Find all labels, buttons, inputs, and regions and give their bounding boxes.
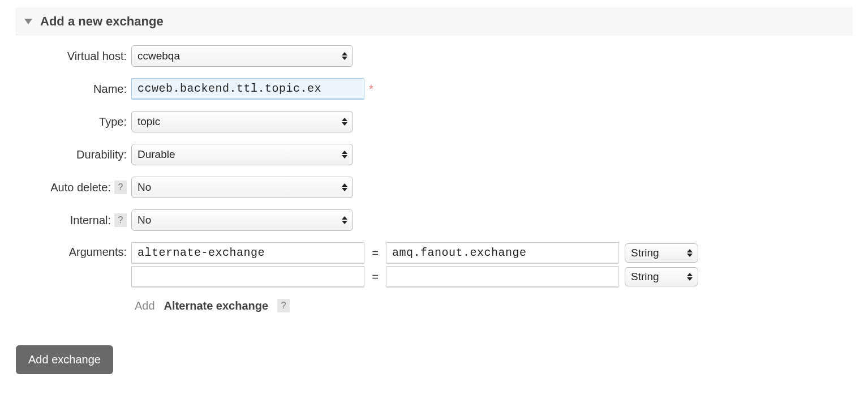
label-durability: Durability: — [16, 148, 131, 161]
label-name: Name: — [16, 83, 131, 96]
label-internal-text: Internal: — [70, 214, 111, 227]
row-name: Name: * — [16, 78, 852, 100]
argument-type-value: String — [631, 247, 659, 259]
row-type: Type: topic — [16, 111, 852, 132]
help-icon[interactable]: ? — [114, 181, 127, 194]
required-marker: * — [369, 83, 373, 96]
add-argument-label: Add — [135, 299, 155, 312]
label-auto-delete-text: Auto delete: — [50, 181, 111, 194]
caret-down-icon — [24, 19, 32, 24]
argument-type-select[interactable]: String — [625, 243, 698, 263]
durability-value: Durable — [137, 148, 175, 161]
argument-hint-row: Add Alternate exchange ? — [135, 299, 698, 312]
label-vhost: Virtual host: — [16, 50, 131, 63]
durability-select[interactable]: Durable — [131, 144, 353, 165]
row-vhost: Virtual host: ccwebqa — [16, 45, 852, 67]
argument-key-input[interactable] — [131, 266, 364, 288]
add-exchange-form: Virtual host: ccwebqa Name: * Type: topi… — [0, 35, 868, 328]
section-title: Add a new exchange — [40, 14, 164, 29]
label-auto-delete: Auto delete: ? — [16, 181, 131, 194]
equals-symbol: = — [370, 271, 380, 284]
submit-area: Add exchange — [0, 328, 868, 391]
argument-row: = String — [131, 242, 698, 264]
argument-value-input[interactable] — [386, 266, 619, 288]
argument-key-input[interactable] — [131, 242, 364, 264]
row-auto-delete: Auto delete: ? No — [16, 177, 852, 198]
internal-value: No — [137, 214, 151, 226]
row-durability: Durability: Durable — [16, 144, 852, 165]
argument-hint-link[interactable]: Alternate exchange — [164, 299, 269, 312]
argument-type-value: String — [631, 271, 659, 283]
vhost-select[interactable]: ccwebqa — [131, 45, 353, 67]
label-arguments: Arguments: — [16, 242, 131, 259]
label-durability-text: Durability: — [76, 148, 127, 161]
arguments-grid: = String = String Add Alternate exchange — [131, 242, 698, 312]
label-arguments-text: Arguments: — [69, 246, 127, 259]
help-icon[interactable]: ? — [114, 213, 127, 227]
internal-select[interactable]: No — [131, 209, 353, 231]
add-exchange-button[interactable]: Add exchange — [16, 345, 113, 374]
row-arguments: Arguments: = String = String — [16, 242, 852, 312]
equals-symbol: = — [370, 247, 380, 260]
vhost-value: ccwebqa — [137, 50, 180, 62]
help-icon[interactable]: ? — [277, 299, 290, 312]
auto-delete-value: No — [137, 181, 151, 194]
label-vhost-text: Virtual host: — [67, 50, 127, 63]
argument-type-select[interactable]: String — [625, 267, 698, 286]
auto-delete-select[interactable]: No — [131, 177, 353, 198]
argument-value-input[interactable] — [386, 242, 619, 264]
label-internal: Internal: ? — [16, 213, 131, 227]
argument-row: = String — [131, 266, 698, 288]
label-type: Type: — [16, 115, 131, 128]
label-name-text: Name: — [93, 83, 127, 96]
label-type-text: Type: — [99, 115, 127, 128]
section-header[interactable]: Add a new exchange — [16, 8, 852, 35]
name-input[interactable] — [131, 78, 364, 100]
type-select[interactable]: topic — [131, 111, 353, 132]
type-value: topic — [137, 115, 160, 128]
row-internal: Internal: ? No — [16, 209, 852, 231]
